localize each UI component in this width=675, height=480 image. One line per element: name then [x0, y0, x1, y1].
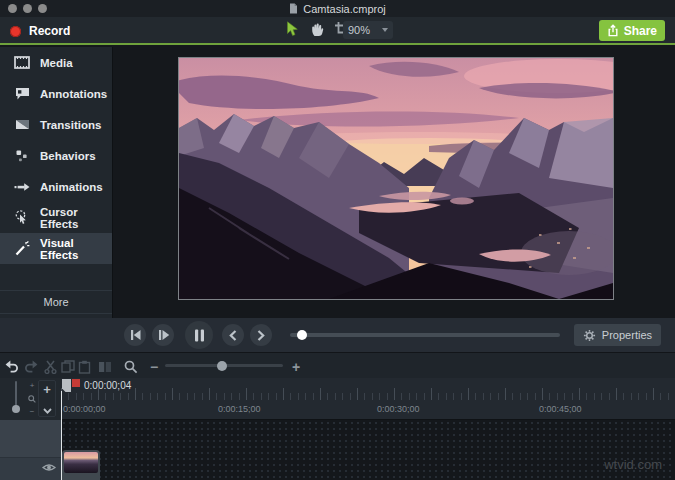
mini-magnifier-icon — [28, 395, 36, 403]
chevron-right-icon — [257, 330, 265, 341]
next-button[interactable] — [250, 324, 272, 346]
window-controls — [8, 4, 47, 13]
redo-button[interactable] — [22, 359, 38, 374]
timeline-ruler-row: + − + 0:00:00;00 0:00:15;00 0:00:30;00 0… — [0, 378, 675, 420]
ruler-label: 0:00:15;00 — [218, 404, 261, 414]
playhead-marker[interactable] — [62, 379, 82, 392]
playhead-line[interactable] — [61, 391, 62, 480]
select-tool-button[interactable] — [283, 20, 301, 38]
timeline-tracks — [0, 420, 675, 480]
window-title: Camtasia.cmproj — [303, 3, 386, 15]
canvas-zoom-dropdown[interactable]: 90% — [343, 21, 393, 39]
record-button[interactable]: Record — [10, 21, 70, 41]
seek-handle[interactable] — [297, 330, 307, 340]
mini-zoom-out[interactable]: − — [30, 408, 35, 416]
step-forward-button[interactable] — [152, 324, 174, 346]
cursor-circle-icon — [13, 210, 31, 226]
split-icon — [98, 361, 112, 373]
track-header — [0, 420, 61, 480]
track-lane[interactable] — [61, 420, 675, 480]
redo-icon — [23, 360, 38, 373]
sunset-mountain-image — [179, 58, 613, 299]
zoom-timeline-button[interactable] — [123, 359, 139, 374]
zoom-window-button[interactable] — [38, 4, 47, 13]
pause-button[interactable] — [185, 321, 213, 349]
timeline-ruler[interactable]: 0:00:00;00 0:00:15;00 0:00:30;00 0:00:45… — [61, 378, 675, 420]
zoom-out-button[interactable]: − — [146, 359, 162, 374]
ruler-label: 0:00:00;00 — [63, 404, 106, 414]
zoom-in-button[interactable]: + — [288, 359, 304, 374]
track-controls: + − + — [0, 378, 61, 420]
cut-button[interactable] — [42, 359, 58, 374]
playback-bar: Properties — [0, 318, 675, 352]
document-icon — [289, 3, 298, 14]
sidebar-item-label: Annotations — [40, 88, 107, 100]
filmstrip-icon — [13, 55, 31, 71]
clipboard-icon — [78, 360, 91, 374]
sidebar-item-label: Visual Effects — [40, 237, 112, 261]
track-options-button[interactable] — [43, 408, 52, 414]
ruler-label: 0:00:45;00 — [539, 404, 582, 414]
properties-label: Properties — [602, 329, 652, 341]
sidebar-item-label: Animations — [40, 181, 103, 193]
share-button[interactable]: Share — [599, 20, 665, 41]
speech-bubble-icon — [13, 86, 31, 102]
media-clip[interactable] — [62, 450, 100, 480]
track-buttons: + — [38, 380, 56, 417]
magnifier-icon — [124, 360, 138, 374]
video-preview[interactable] — [178, 57, 614, 300]
close-button[interactable] — [8, 4, 17, 13]
undo-button[interactable] — [4, 359, 20, 374]
seek-slider[interactable] — [290, 333, 560, 337]
chevron-down-icon — [43, 408, 52, 414]
sidebar-item-annotations[interactable]: Annotations — [0, 78, 112, 109]
cursor-icon — [286, 21, 299, 37]
minimize-button[interactable] — [23, 4, 32, 13]
sidebar-item-label: Media — [40, 57, 73, 69]
add-track-button[interactable]: + — [39, 382, 55, 398]
sidebar-item-cursor-effects[interactable]: Cursor Effects — [0, 202, 112, 233]
timeline-toolbar: − + — [0, 352, 675, 378]
track-visibility-toggle[interactable] — [42, 462, 56, 473]
mini-zoom-in[interactable]: + — [30, 382, 35, 390]
undo-icon — [5, 360, 20, 373]
clip-thumbnail — [64, 452, 98, 473]
timeline-zoom-slider[interactable] — [165, 364, 283, 367]
hand-icon — [310, 22, 324, 37]
scissors-icon — [44, 360, 57, 374]
sidebar-more-button[interactable]: More — [0, 290, 112, 314]
sidebar-item-animations[interactable]: Animations — [0, 171, 112, 202]
mini-zoom-widget: + − — [27, 380, 37, 418]
properties-button[interactable]: Properties — [574, 324, 661, 346]
canvas-stage — [114, 47, 675, 318]
record-icon — [10, 26, 21, 37]
seek-track[interactable] — [290, 333, 560, 337]
track-height-handle[interactable] — [12, 405, 20, 413]
share-icon — [607, 24, 619, 37]
watermark: wtvid.com — [604, 457, 662, 472]
previous-button[interactable] — [222, 324, 244, 346]
sidebar-item-visual-effects[interactable]: Visual Effects — [0, 233, 112, 264]
gear-icon — [583, 329, 596, 342]
ruler-major-ticks — [61, 388, 675, 400]
timeline-zoom-handle[interactable] — [217, 361, 227, 371]
playhead-time: 0:00:00;04 — [84, 380, 131, 391]
sidebar-item-behaviors[interactable]: Behaviors — [0, 140, 112, 171]
copy-button[interactable] — [60, 359, 76, 374]
title-bar: Camtasia.cmproj — [0, 0, 675, 17]
arrow-right-icon — [13, 179, 31, 195]
step-back-icon — [129, 329, 142, 341]
pan-tool-button[interactable] — [308, 20, 326, 38]
split-button[interactable] — [97, 359, 113, 374]
sidebar-item-label: Transitions — [40, 119, 101, 131]
chevron-down-icon — [382, 28, 388, 32]
step-back-button[interactable] — [124, 324, 146, 346]
sidebar-item-label: Cursor Effects — [40, 206, 112, 230]
transition-icon — [13, 117, 31, 133]
sidebar-item-transitions[interactable]: Transitions — [0, 109, 112, 140]
sidebar-item-media[interactable]: Media — [0, 47, 112, 78]
paste-button[interactable] — [76, 359, 92, 374]
pause-icon — [194, 329, 205, 342]
copy-icon — [61, 360, 75, 373]
track-height-slider[interactable] — [15, 381, 17, 407]
